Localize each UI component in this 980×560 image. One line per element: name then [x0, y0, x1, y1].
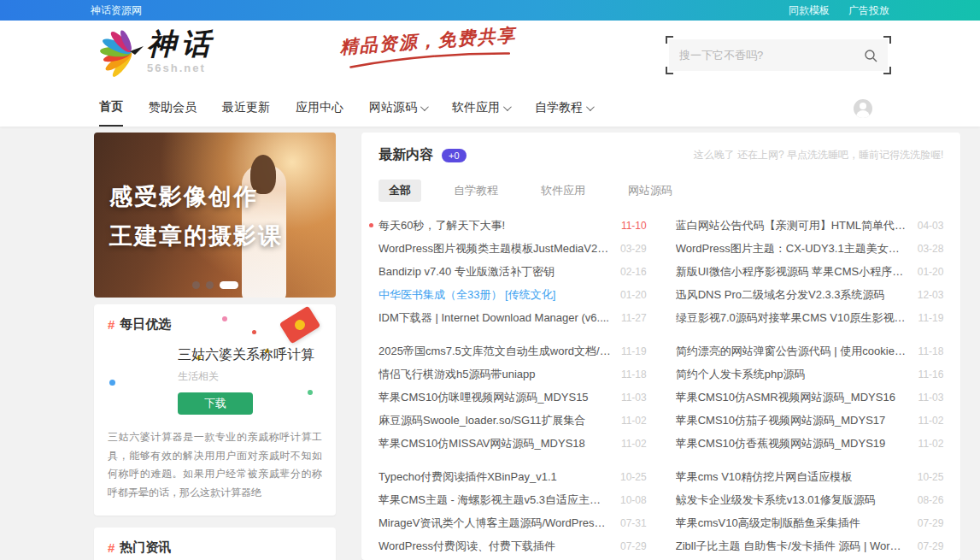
- article-date: 11-03: [918, 392, 944, 404]
- carousel-dots: [192, 281, 238, 289]
- article-row[interactable]: 苹果CMS10仿茄子视频网站源码_MDYS17 11-02: [676, 409, 944, 432]
- article-row[interactable]: 苹果CMS10仿ASMR视频网站源码_MDYS16 11-03: [676, 386, 944, 409]
- nav-item-label: 赞助会员: [149, 100, 197, 115]
- article-title: 苹果CMS10仿MISSAV网站源码_MDYS18: [379, 436, 611, 451]
- article-date: 10-08: [620, 494, 647, 506]
- nav-item[interactable]: 网站源码: [369, 99, 426, 127]
- download-button[interactable]: 下载: [178, 392, 253, 415]
- user-avatar[interactable]: [854, 99, 872, 118]
- article-date: 11-18: [918, 345, 944, 357]
- topbar-link[interactable]: 同款模板: [789, 3, 830, 18]
- article-title: 苹果cms V10精仿挖片网自适应模板: [676, 469, 907, 485]
- article-title: 新版UI微信小程序影视源码 苹果CMS小程序源码: [676, 264, 907, 280]
- confetti-dot: [109, 380, 115, 386]
- nav-item[interactable]: 自学教程: [535, 99, 592, 127]
- chevron-down-icon: [503, 103, 512, 111]
- article-row[interactable]: 麻豆源码Swoole_loader.so/SG11扩展集合 11-02: [379, 409, 647, 432]
- article-row[interactable]: 简约漂亮的网站弹窗公告源代码 | 使用cookie记录 11-18: [676, 339, 944, 363]
- latest-hint-text: 这么晚了 还在上网? 早点洗洗睡吧，睡前记得洗洗脸喔!: [694, 148, 944, 162]
- latest-list-left: 每天60秒，了解天下大事! 11-10 WordPress图片视频类主题模板Ju…: [379, 214, 647, 560]
- confetti-dot: [252, 330, 256, 334]
- latest-tab[interactable]: 软件应用: [531, 180, 596, 202]
- carousel-dot[interactable]: [220, 281, 238, 289]
- nav-item[interactable]: 赞助会员: [149, 99, 197, 127]
- chevron-down-icon: [420, 103, 429, 111]
- article-row[interactable]: 新版UI微信小程序影视源码 苹果CMS小程序源码 01-20: [676, 260, 944, 283]
- article-row[interactable]: 苹果CMS10仿MISSAV网站源码_MDYS18 11-02: [379, 432, 647, 455]
- article-title: 苹果CMS10仿ASMR视频网站源码_MDYS16: [676, 390, 908, 405]
- article-row[interactable]: Typecho付费阅读插件XBinPay_v1.1 10-25: [379, 465, 647, 488]
- topbar-site-name[interactable]: 神话资源网: [91, 3, 142, 18]
- nav-item[interactable]: 应用中心: [296, 99, 343, 127]
- article-row[interactable]: 苹果CMS10仿香蕉视频网站源码_MDYS19 11-02: [676, 432, 944, 455]
- article-date: 11-02: [621, 438, 647, 450]
- site-logo[interactable]: 神话 56sh.net: [91, 27, 215, 84]
- topbar-link[interactable]: 广告投放: [848, 3, 889, 18]
- article-row[interactable]: 绿豆影视7.0源码对接苹果CMS V10原生影视AP... 11-19: [676, 306, 944, 329]
- latest-title: 最新内容: [379, 146, 433, 164]
- article-row[interactable]: 苹果CMS10仿咪哩视频网站源码_MDYS15 11-03: [379, 386, 647, 409]
- article-row[interactable]: 迅风DNS Pro二级域名分发V2.3.3系统源码 12-03: [676, 283, 944, 306]
- page: 神话资源网 同款模板 广告投放: [0, 0, 980, 560]
- search-input[interactable]: [679, 49, 864, 62]
- carousel[interactable]: 感受影像创作 王建章的摄影课: [94, 133, 336, 298]
- search-icon[interactable]: [864, 49, 877, 62]
- latest-content-card: 最新内容 +0 这么晚了 还在上网? 早点洗洗睡吧，睡前记得洗洗脸喔! 全部 自…: [361, 133, 960, 560]
- article-row[interactable]: 2025帝国cms7.5文库范文自动生成word文档/文... 11-19: [379, 339, 647, 363]
- article-row[interactable]: MirageV资讯类个人博客主题源码/WordPress主... 07-31: [379, 511, 647, 534]
- article-row[interactable]: 简约个人发卡系统php源码 11-16: [676, 363, 944, 386]
- latest-tab[interactable]: 自学教程: [443, 180, 508, 202]
- article-row[interactable]: 苹果cmsV10高级定制版酷鱼采集插件 07-29: [676, 511, 944, 534]
- chevron-down-icon: [586, 103, 595, 111]
- nav-item-label: 最近更新: [222, 100, 270, 115]
- new-count-badge: +0: [442, 149, 467, 162]
- article-date: 11-27: [621, 312, 647, 324]
- latest-tab[interactable]: 全部: [379, 180, 421, 202]
- article-row[interactable]: IDM下载器 | Internet Download Manager (v6..…: [379, 306, 647, 329]
- article-row[interactable]: Zibll子比主题 自助售卡/发卡插件 源码 | WordPr... 07-29: [676, 534, 944, 557]
- nav-item-label: 自学教程: [535, 100, 583, 115]
- article-row[interactable]: 每天60秒，了解天下大事! 11-10: [379, 214, 647, 237]
- article-row[interactable]: WordPress付费阅读、付费下载插件 07-29: [379, 534, 647, 557]
- search-box: [669, 39, 888, 71]
- logo-text: 神话 56sh.net: [147, 27, 215, 74]
- article-title: 简约个人发卡系统php源码: [676, 367, 908, 382]
- article-title: 绿豆影视7.0源码对接苹果CMS V10原生影视AP...: [676, 310, 908, 326]
- nav-item[interactable]: 最近更新: [222, 99, 270, 127]
- article-row[interactable]: 蓝白网站公告代码【亲测可用】HTML简单代码... 04-03: [676, 214, 944, 237]
- nav-item[interactable]: 首页: [99, 99, 123, 127]
- article-title: 苹果CMS主题 - 海螺影视主题v5.3自适应主题/ ...: [379, 492, 610, 508]
- article-row[interactable]: Bandizip v7.40 专业版激活补丁密钥 02-16: [379, 260, 647, 283]
- article-row[interactable]: WordPress图片视频类主题模板JustMediaV2.7.... 03-2…: [379, 237, 647, 260]
- hash-icon: #: [108, 317, 114, 332]
- article-date: 01-20: [918, 266, 944, 278]
- article-row[interactable]: 中华医书集成（全33册） [传统文化] 01-20: [379, 283, 647, 306]
- carousel-dot[interactable]: [192, 281, 200, 289]
- corner-decoration: [883, 67, 891, 74]
- article-title: 苹果CMS10仿茄子视频网站源码_MDYS17: [676, 413, 908, 428]
- article-date: 11-18: [621, 368, 647, 380]
- corner-decoration: [666, 67, 673, 74]
- article-date: 10-25: [620, 471, 647, 483]
- article-row[interactable]: 情侣飞行棋游戏h5源码带uniapp 11-18: [379, 363, 647, 386]
- carousel-dot[interactable]: [206, 281, 214, 289]
- latest-list-right: 蓝白网站公告代码【亲测可用】HTML简单代码... 04-03 WordPres…: [676, 214, 944, 560]
- daily-item-title[interactable]: 三姑六婆关系称呼计算: [178, 346, 322, 364]
- article-row[interactable]: 苹果CMS主题 - 海螺影视主题v5.3自适应主题/ ... 10-08: [379, 488, 647, 511]
- article-title: 鲸发卡企业级发卡系统v13.01修复版源码: [676, 492, 907, 508]
- article-title: WordPress图片视频类主题模板JustMediaV2.7....: [379, 241, 610, 256]
- article-title: MirageV资讯类个人博客主题源码/WordPress主...: [379, 516, 610, 531]
- article-title: WordPress图片主题：CX-UDY3.1主题美女图片...: [676, 241, 907, 256]
- article-row[interactable]: WordPress图片主题：CX-UDY3.1主题美女图片... 03-28: [676, 237, 944, 260]
- article-row[interactable]: 鲸发卡企业级发卡系统v13.01修复版源码 08-26: [676, 488, 944, 511]
- latest-tab[interactable]: 网站源码: [618, 180, 683, 202]
- article-row[interactable]: 苹果cms V10精仿挖片网自适应模板 10-25: [676, 465, 944, 488]
- red-envelope-icon: [279, 306, 321, 345]
- hot-news-card: # 热门资讯 每天60秒，了解天下大事! 彩虹分别知识付: [94, 528, 336, 560]
- daily-pick-title: 每日优选: [120, 316, 171, 333]
- article-title: 苹果CMS10仿香蕉视频网站源码_MDYS19: [676, 436, 908, 451]
- new-dot-icon: [369, 223, 373, 227]
- nav-item[interactable]: 软件应用: [452, 99, 509, 127]
- nav-item-label: 网站源码: [369, 100, 417, 115]
- article-title: WordPress付费阅读、付费下载插件: [379, 539, 610, 554]
